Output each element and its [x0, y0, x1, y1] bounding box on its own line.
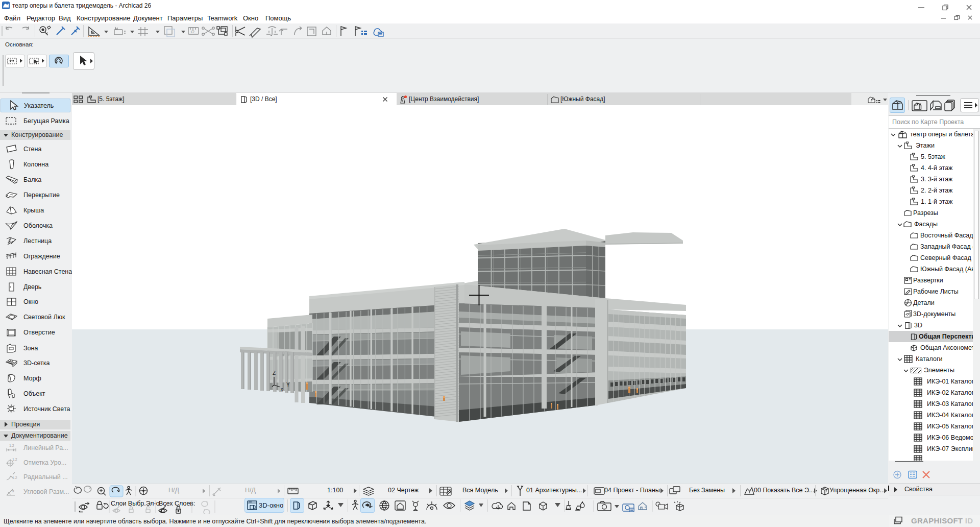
svg-text:1.2: 1.2 [9, 444, 14, 447]
svg-text:1.2: 1.2 [12, 476, 17, 480]
svg-text:12: 12 [190, 30, 194, 34]
svg-text:Слои Выбр.Эл-о: Слои Выбр.Эл-о [111, 500, 160, 507]
svg-text:Всех Слоев:: Всех Слоев: [159, 500, 195, 507]
svg-text:Z: Z [273, 370, 276, 376]
svg-text:Y: Y [286, 382, 290, 388]
svg-text:1.2: 1.2 [12, 458, 17, 461]
svg-text:x: x [281, 387, 283, 392]
svg-text:α: α [12, 489, 14, 493]
